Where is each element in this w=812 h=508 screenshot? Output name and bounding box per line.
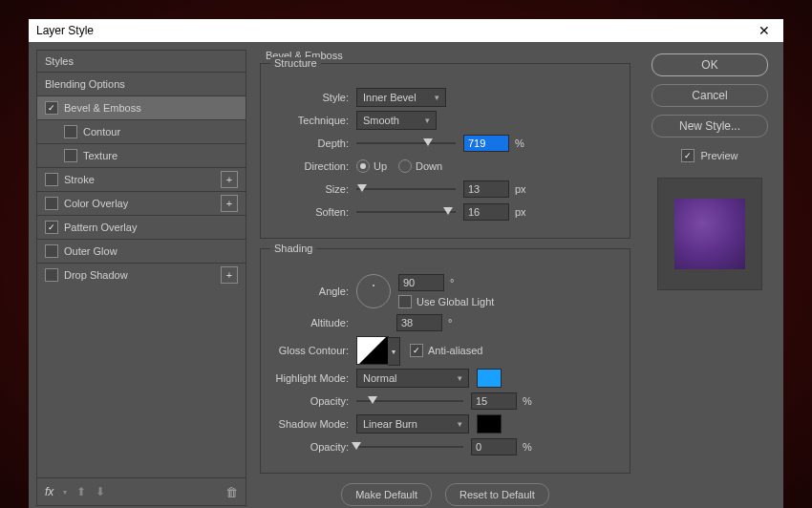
style-checkbox[interactable]: ✓ [45,101,58,115]
direction-down-radio[interactable] [398,159,412,173]
titlebar: Layer Style ✕ [29,19,783,42]
structure-legend: Structure [270,57,321,69]
highlight-opacity-slider[interactable] [356,394,463,408]
style-checkbox[interactable]: ✓ [45,221,58,234]
direction-label: Direction: [274,160,356,172]
style-label: Texture [83,150,118,161]
shading-group: Shading Angle: 90 ° Use Glo [260,248,630,474]
new-style-button[interactable]: New Style... [652,115,768,138]
structure-group: Structure Style: Inner Bevel▾ Technique:… [260,63,630,239]
global-light-label: Use Global Light [417,296,494,307]
highlight-color-swatch[interactable] [477,369,502,388]
angle-label: Angle: [274,286,356,297]
style-checkbox[interactable] [64,149,77,162]
highlight-opacity-label: Opacity: [274,395,356,407]
style-checkbox[interactable] [64,125,77,138]
preview-label: Preview [700,150,737,161]
shadow-opacity-slider[interactable] [356,440,463,454]
style-label: Stroke [64,174,95,185]
chevron-down-icon: ▾ [435,93,439,102]
shading-legend: Shading [270,243,316,254]
gloss-contour-label: Gloss Contour: [274,345,356,356]
add-effect-button[interactable]: + [221,195,238,212]
shadow-mode-label: Shadow Mode: [274,418,356,430]
size-input[interactable]: 13 [463,180,509,198]
layer-style-dialog: Layer Style ✕ Styles Blending Options ✓B… [29,19,783,489]
style-checkbox[interactable] [45,268,58,282]
soften-unit: px [509,206,536,218]
style-row-contour[interactable]: Contour [37,119,246,143]
preview-thumbnail [657,178,762,290]
style-select[interactable]: Inner Bevel▾ [356,88,446,107]
cancel-button[interactable]: Cancel [652,84,768,107]
altitude-label: Altitude: [274,317,356,328]
style-row-color-overlay[interactable]: Color Overlay+ [37,191,246,215]
angle-dial[interactable] [356,274,391,308]
dialog-title: Layer Style [36,24,94,37]
angle-unit: ° [444,277,471,288]
antialiased-checkbox[interactable]: ✓ [410,344,423,357]
technique-select[interactable]: Smooth▾ [356,111,437,130]
chevron-down-icon[interactable]: ▾ [63,488,67,497]
highlight-mode-label: Highlight Mode: [274,372,356,384]
close-icon[interactable]: ✕ [753,19,776,42]
trash-icon[interactable]: 🗑 [225,485,238,499]
style-row-pattern-overlay[interactable]: ✓Pattern Overlay [37,215,246,239]
preview-swatch [674,199,745,269]
technique-label: Technique: [274,115,356,126]
add-effect-button[interactable]: + [221,266,238,284]
blending-options-row[interactable]: Blending Options [37,72,246,95]
altitude-input[interactable]: 38 [396,314,442,331]
direction-up-label: Up [374,160,387,172]
arrow-up-icon[interactable]: ⬆ [76,485,86,498]
reset-to-default-button[interactable]: Reset to Default [445,483,549,506]
fx-menu[interactable]: fx [45,485,53,498]
style-row-stroke[interactable]: Stroke+ [37,167,246,191]
global-light-checkbox[interactable] [398,295,412,308]
style-row-texture[interactable]: Texture [37,143,246,167]
percent-unit: % [517,395,544,407]
altitude-unit: ° [442,317,469,328]
make-default-button[interactable]: Make Default [341,483,432,506]
style-row-bevel-emboss[interactable]: ✓Bevel & Emboss [37,95,246,119]
chevron-down-icon[interactable]: ▾ [388,337,400,366]
size-label: Size: [274,183,356,195]
styles-list: Styles Blending Options ✓Bevel & EmbossC… [36,50,246,478]
blending-options-label: Blending Options [45,78,125,90]
add-effect-button[interactable]: + [221,171,238,188]
chevron-down-icon: ▾ [458,373,462,383]
style-checkbox[interactable] [45,197,58,210]
highlight-opacity-input[interactable]: 15 [471,392,517,410]
style-label: Style: [274,92,356,103]
depth-slider[interactable] [356,137,456,150]
style-row-outer-glow[interactable]: Outer Glow [37,239,246,263]
percent-unit: % [517,441,544,453]
soften-label: Soften: [274,206,356,218]
angle-input[interactable]: 90 [398,274,444,291]
size-slider[interactable] [356,182,456,196]
direction-down-label: Down [416,160,442,172]
style-checkbox[interactable] [45,244,58,258]
style-label: Color Overlay [64,198,128,209]
arrow-down-icon[interactable]: ⬇ [96,485,105,498]
size-unit: px [509,183,536,195]
shadow-mode-select[interactable]: Linear Burn▾ [356,414,469,434]
ok-button[interactable]: OK [652,53,768,76]
preview-checkbox[interactable]: ✓ [681,149,694,162]
styles-footer: fx ▾ ⬆ ⬇ 🗑 [36,478,246,506]
highlight-mode-select[interactable]: Normal▾ [356,369,469,388]
style-checkbox[interactable] [45,173,58,186]
depth-input[interactable]: 719 [463,135,509,152]
soften-input[interactable]: 16 [463,203,509,221]
soften-slider[interactable] [356,205,456,219]
antialiased-label: Anti-aliased [428,345,482,356]
styles-header[interactable]: Styles [37,51,246,72]
style-row-drop-shadow[interactable]: Drop Shadow+ [37,263,246,286]
shadow-color-swatch[interactable] [477,414,502,434]
gloss-contour-picker[interactable]: ▾ [356,336,389,365]
direction-up-radio[interactable] [356,159,370,173]
depth-unit: % [509,138,536,149]
style-label: Contour [83,126,120,138]
style-label: Pattern Overlay [64,222,137,233]
shadow-opacity-input[interactable]: 0 [471,438,517,455]
